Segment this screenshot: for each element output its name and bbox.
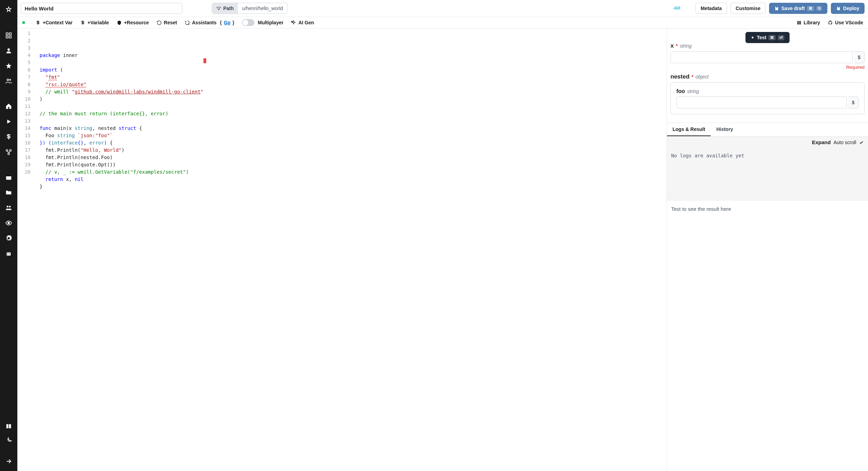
svg-rect-1	[9, 33, 11, 35]
moon-icon[interactable]	[0, 433, 17, 447]
param-x-var-picker[interactable]: $	[854, 51, 865, 63]
home-icon[interactable]	[0, 99, 17, 113]
right-panel: Test ⌘ ⏎ x* string $	[667, 28, 868, 471]
svg-rect-20	[799, 21, 800, 24]
svg-rect-11	[6, 175, 11, 176]
svg-rect-3	[9, 36, 11, 38]
add-resource[interactable]: +Resource	[117, 20, 149, 25]
svg-point-12	[7, 206, 8, 207]
play-icon[interactable]	[0, 115, 17, 129]
editor-toolbar: +Context Var +Variable +Resource Reset A…	[17, 17, 868, 28]
svg-rect-2	[6, 36, 8, 38]
svg-point-4	[8, 48, 10, 51]
path-label: Path	[212, 3, 238, 14]
script-title-input[interactable]	[21, 3, 182, 14]
add-variable[interactable]: +Variable	[80, 20, 109, 25]
integrations-icon[interactable]	[0, 145, 17, 159]
save-draft-button[interactable]: Save draft ⌘ S	[769, 3, 827, 14]
metadata-button[interactable]: Metadata	[695, 3, 727, 14]
grid-icon[interactable]	[0, 28, 17, 42]
svg-rect-21	[800, 21, 801, 24]
line-gutter: 1234567891011121314151617181920	[17, 28, 35, 471]
svg-point-6	[10, 79, 11, 80]
param-foo-type: string	[687, 89, 699, 94]
folder-icon[interactable]	[0, 185, 17, 199]
logs-body: No logs are available yet	[667, 148, 868, 200]
multiplayer-toggle[interactable]	[242, 19, 254, 26]
customise-button[interactable]: Customise	[731, 3, 766, 14]
param-x-input[interactable]	[670, 51, 853, 63]
team-icon[interactable]	[0, 201, 17, 215]
tab-history[interactable]: History	[711, 123, 738, 136]
svg-point-17	[9, 254, 10, 255]
multiplayer-label: Multiplayer	[258, 20, 284, 25]
gear-icon[interactable]	[0, 231, 17, 245]
eye-icon[interactable]	[0, 216, 17, 230]
use-vscode-button[interactable]: Use VScode	[828, 20, 863, 25]
param-nested-name: nested	[670, 73, 690, 80]
svg-point-5	[7, 79, 9, 81]
go-logo: -GO	[673, 6, 685, 11]
ai-gen-button[interactable]: AI Gen	[291, 20, 314, 25]
status-dot	[22, 21, 25, 24]
svg-rect-15	[7, 253, 11, 256]
check-icon[interactable]	[859, 140, 864, 145]
book-icon[interactable]	[0, 420, 17, 433]
arrow-right-icon[interactable]	[0, 454, 17, 468]
param-x-name: x	[670, 42, 674, 49]
topbar: Path u/henri/hello_world -GO Metadata Cu…	[17, 0, 868, 17]
users-icon[interactable]	[0, 74, 17, 88]
expand-button[interactable]: Expand	[812, 139, 831, 145]
add-context-var[interactable]: +Context Var	[35, 20, 73, 25]
param-foo-var-picker[interactable]: $	[848, 97, 859, 108]
param-foo-name: foo	[676, 88, 685, 94]
test-button[interactable]: Test ⌘ ⏎	[745, 32, 790, 43]
param-x-error: Required	[670, 65, 865, 70]
error-marker	[203, 58, 206, 63]
calendar-icon[interactable]	[0, 170, 17, 184]
param-x-type: string	[680, 43, 692, 49]
code-area[interactable]: package innerimport ( "fmt" "rsc.io/quot…	[35, 28, 203, 471]
param-nested-type: object	[695, 74, 708, 80]
auto-scroll-label: Auto scroll	[834, 140, 856, 145]
logs-tabs: Logs & Result History	[667, 123, 868, 137]
dollar-icon[interactable]	[0, 130, 17, 144]
tab-logs-result[interactable]: Logs & Result	[667, 123, 711, 136]
svg-rect-19	[797, 21, 798, 24]
path-value: u/henri/hello_world	[238, 3, 287, 14]
svg-point-14	[8, 222, 10, 224]
deploy-button[interactable]: Deploy	[831, 3, 865, 14]
reset-button[interactable]: Reset	[157, 20, 177, 25]
param-foo-input[interactable]	[676, 97, 847, 108]
svg-rect-0	[6, 33, 8, 35]
svg-point-16	[7, 254, 8, 255]
sidebar	[0, 0, 17, 471]
assistants-button[interactable]: Assistants (Go)	[185, 20, 234, 25]
library-button[interactable]: Library	[796, 20, 820, 25]
robot-icon[interactable]	[0, 247, 17, 261]
code-editor[interactable]: 1234567891011121314151617181920 package …	[17, 28, 667, 471]
svg-text:-GO: -GO	[673, 6, 681, 10]
svg-point-9	[8, 153, 10, 155]
path-group[interactable]: Path u/henri/hello_world	[212, 3, 287, 14]
star-icon[interactable]	[0, 59, 17, 73]
result-body: Test to see the result here	[667, 200, 868, 471]
svg-point-13	[9, 206, 11, 207]
user-icon[interactable]	[0, 44, 17, 58]
logo-icon[interactable]	[0, 3, 17, 17]
